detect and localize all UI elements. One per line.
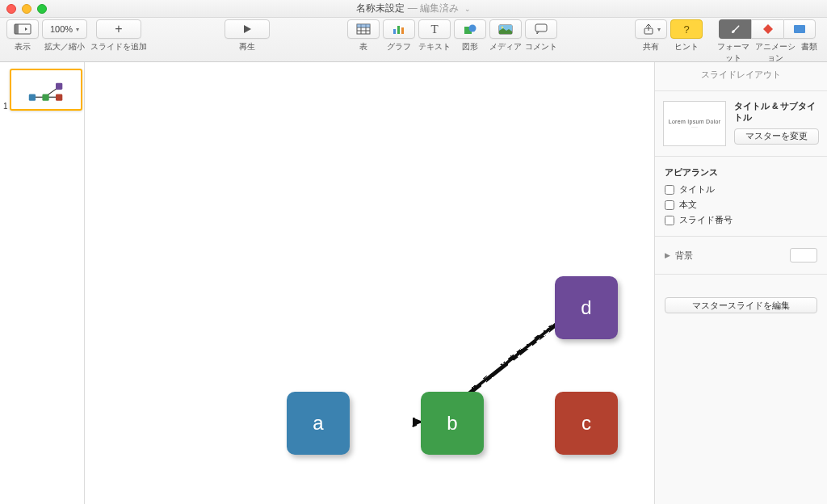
node-c-label: c [581, 412, 591, 435]
toolbar: 表示 100% ▾ 拡大／縮小 + スライドを追加 再生 [0, 18, 827, 62]
svg-rect-9 [397, 26, 400, 34]
animation-label: アニメーション [753, 41, 798, 64]
svg-point-12 [469, 25, 476, 32]
hint-button[interactable]: ? [670, 19, 703, 39]
slide-thumbnail[interactable]: 1 [10, 69, 82, 111]
zoom-value: 100% [50, 24, 73, 34]
share-button[interactable]: ▾ [635, 19, 667, 39]
background-swatch[interactable] [790, 248, 817, 262]
table-icon [356, 23, 371, 35]
brush-icon [729, 23, 742, 35]
appearance-head: アピアランス [665, 166, 817, 178]
add-slide-label: スライドを追加 [90, 41, 147, 52]
format-label: フォーマット [714, 41, 753, 64]
zoom-button[interactable]: 100% ▾ [42, 19, 87, 39]
svg-rect-18 [794, 25, 805, 33]
zoom-window-button[interactable] [37, 4, 47, 14]
edit-master-button[interactable]: マスタースライドを編集 [665, 297, 817, 313]
share-label: 共有 [643, 41, 659, 52]
table-label: 表 [359, 41, 367, 52]
slide-preview-icon [11, 70, 81, 109]
slidenum-checkbox-label: スライド番号 [679, 214, 733, 226]
chevron-down-icon: ▾ [657, 26, 661, 33]
slide-canvas[interactable]: a b c d [85, 62, 654, 504]
slidenum-checkbox-row[interactable]: スライド番号 [665, 214, 817, 226]
body-checkbox[interactable] [665, 200, 674, 210]
node-c[interactable]: c [555, 392, 618, 455]
master-thumb-text: Lorem Ipsum Dolor [669, 119, 721, 124]
text-label: テキスト [418, 41, 451, 52]
table-button[interactable] [347, 19, 380, 39]
svg-rect-25 [56, 83, 62, 90]
svg-rect-16 [535, 24, 547, 32]
inspector-header: スライドレイアウト [655, 62, 827, 87]
window-title: 名称未設定 — 編集済み ⌄ [0, 2, 827, 15]
share-icon [642, 23, 655, 35]
master-title: タイトル & サブタイトル [734, 101, 819, 124]
change-master-label: マスターを変更 [745, 131, 808, 141]
title-checkbox[interactable] [665, 185, 674, 195]
animation-tab[interactable] [751, 19, 783, 39]
lightbulb-icon: ? [683, 23, 689, 36]
chart-icon [392, 23, 406, 35]
node-a-label: a [313, 412, 323, 435]
window-status-text: 編集済み [420, 2, 459, 14]
svg-rect-7 [357, 24, 370, 27]
node-b[interactable]: b [421, 392, 484, 455]
title-checkbox-row[interactable]: タイトル [665, 183, 817, 195]
plus-icon: + [115, 22, 122, 36]
svg-rect-24 [56, 94, 62, 101]
text-icon: T [430, 23, 438, 36]
media-button[interactable] [489, 19, 522, 39]
slide-navigator: 1 [0, 62, 85, 504]
chart-label: グラフ [387, 41, 411, 52]
slidenum-checkbox[interactable] [665, 216, 674, 225]
chart-button[interactable] [383, 19, 415, 39]
slide-number: 1 [3, 102, 8, 111]
master-thumbnail[interactable]: Lorem Ipsum Dolor ―― [663, 101, 726, 146]
add-slide-button[interactable]: + [96, 19, 141, 39]
view-button[interactable] [6, 19, 39, 39]
edit-master-label: マスタースライドを編集 [692, 300, 790, 310]
body-checkbox-row[interactable]: 本文 [665, 199, 817, 211]
media-icon [498, 23, 513, 35]
background-label: 背景 [675, 250, 693, 262]
document-tab[interactable] [783, 19, 816, 39]
text-button[interactable]: T [418, 19, 451, 39]
shape-icon [463, 23, 477, 35]
play-button[interactable] [225, 19, 270, 39]
hint-label: ヒント [674, 41, 699, 52]
window-title-text: 名称未設定 [356, 2, 405, 14]
chevron-down-icon: ▾ [76, 26, 79, 33]
zoom-label: 拡大／縮小 [44, 41, 85, 52]
shape-label: 図形 [462, 41, 478, 52]
svg-rect-1 [15, 24, 19, 34]
comment-icon [535, 23, 548, 35]
document-icon [793, 24, 806, 34]
node-a[interactable]: a [287, 392, 350, 455]
media-label: メディア [489, 41, 522, 52]
play-icon [242, 24, 252, 34]
comment-button[interactable] [525, 19, 557, 39]
close-window-button[interactable] [6, 4, 16, 14]
document-label: 書類 [798, 41, 821, 64]
format-tab[interactable] [719, 19, 751, 39]
change-master-button[interactable]: マスターを変更 [734, 128, 819, 145]
shape-button[interactable] [454, 19, 486, 39]
disclosure-triangle-icon: ▶ [665, 251, 670, 259]
chevron-down-icon[interactable]: ⌄ [464, 5, 471, 13]
background-row[interactable]: ▶ 背景 [655, 240, 827, 271]
node-d[interactable]: d [555, 276, 618, 339]
diamond-icon [762, 23, 774, 35]
minimize-window-button[interactable] [22, 4, 31, 14]
svg-rect-23 [42, 94, 48, 101]
title-checkbox-label: タイトル [679, 183, 715, 195]
view-label: 表示 [15, 41, 31, 52]
titlebar: 名称未設定 — 編集済み ⌄ [0, 0, 827, 18]
svg-line-28 [464, 313, 569, 396]
appearance-section: アピアランス タイトル 本文 スライド番号 [655, 160, 827, 233]
comment-label: コメント [525, 41, 557, 52]
svg-rect-8 [393, 29, 396, 34]
window-controls [6, 4, 47, 14]
body-checkbox-label: 本文 [679, 199, 697, 211]
